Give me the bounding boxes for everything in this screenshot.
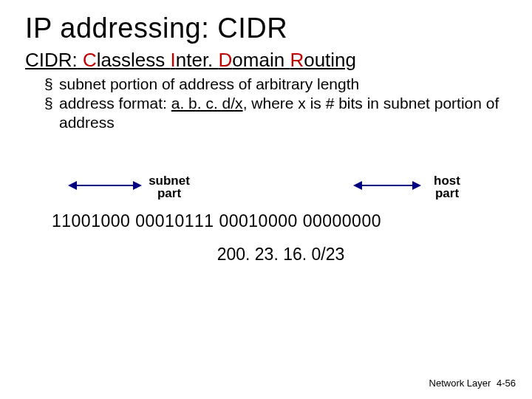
subtitle-r: R <box>290 49 304 71</box>
host-label-l2: part <box>435 186 459 200</box>
arrow-head-icon <box>68 181 77 190</box>
host-label: host part <box>421 174 473 200</box>
arrow-head-icon <box>133 181 142 190</box>
subnet-label: subnet part <box>143 174 195 200</box>
subtitle-r-rest: outing <box>304 49 356 71</box>
slide: IP addressing: CIDR CIDR: Classless Inte… <box>0 0 532 399</box>
subtitle-prefix: CIDR: <box>25 49 78 71</box>
binary-bits: 11001000 00010111 00010000 00000000 <box>52 211 507 231</box>
slide-title: IP addressing: CIDR <box>25 13 507 44</box>
subnet-label-l2: part <box>157 186 181 200</box>
subtitle-d-rest: omain <box>232 49 290 71</box>
footer-page: 4-56 <box>497 378 516 389</box>
subtitle-c-rest: lassless <box>97 49 171 71</box>
host-arrow <box>355 185 420 186</box>
bullet-list: subnet portion of address of arbitrary l… <box>44 75 507 133</box>
arrow-head-icon <box>412 181 421 190</box>
subtitle-c: C <box>83 49 97 71</box>
bullet-item: address format: a. b. c. d/x, where x is… <box>44 94 507 133</box>
slide-subtitle: CIDR: Classless Inter. Domain Routing <box>25 49 507 72</box>
arrow-row: subnet part host part <box>69 174 507 211</box>
cidr-diagram: subnet part host part 11001000 00010111 … <box>25 174 507 265</box>
bullet-format: a. b. c. d/x <box>171 95 243 112</box>
bullet-item: subnet portion of address of arbitrary l… <box>44 75 507 94</box>
arrow-head-icon <box>353 181 362 190</box>
subtitle-i: I <box>171 49 176 71</box>
slide-footer: Network Layer 4-56 <box>429 378 516 389</box>
bullet-text: subnet portion of address of arbitrary l… <box>59 75 359 92</box>
footer-section: Network Layer <box>429 378 491 389</box>
subtitle-i-rest: nter. <box>176 49 219 71</box>
subtitle-d: D <box>219 49 233 71</box>
subnet-arrow <box>69 185 140 186</box>
bullet-text-pre: address format: <box>59 95 171 112</box>
cidr-example: 200. 23. 16. 0/23 <box>55 245 507 265</box>
